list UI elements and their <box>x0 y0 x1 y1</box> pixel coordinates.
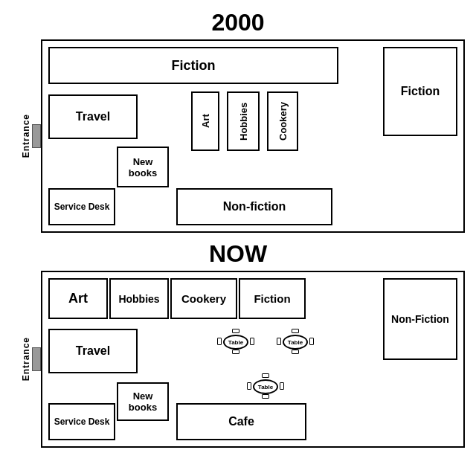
table-oval-1: Table <box>223 335 248 350</box>
service-now: Service Desk <box>48 403 115 440</box>
plan-now-title: NOW <box>209 240 267 268</box>
hobbies-box-2000: Hobbies <box>227 91 260 151</box>
table-group-3: Table <box>247 373 284 399</box>
travel-box-2000: Travel <box>48 94 138 139</box>
fiction-top-2000: Fiction <box>48 47 338 84</box>
service-2000: Service Desk <box>48 188 115 225</box>
entrance-area-now: Entrance <box>11 271 41 448</box>
cookery-box-now: Cookery <box>170 278 237 319</box>
page-wrapper: 2000 Entrance Fiction Fiction Travel Art… <box>11 0 465 448</box>
fiction-right-2000: Fiction <box>383 47 457 136</box>
chair <box>292 350 299 354</box>
entrance-area-2000: Entrance <box>11 39 41 233</box>
floor-plan-2000: Fiction Fiction Travel Art Hobbies Cooke… <box>41 39 465 233</box>
tables-area: Table Table Table <box>210 326 358 415</box>
chair <box>262 373 269 378</box>
art-box-2000: Art <box>191 91 219 151</box>
entrance-label-2000: Entrance <box>21 114 31 158</box>
table-oval-3: Table <box>253 379 278 394</box>
art-box-now: Art <box>48 278 108 319</box>
plan2000-title: 2000 <box>211 9 264 36</box>
chair <box>280 382 284 390</box>
entrance-label-now: Entrance <box>21 337 31 381</box>
entrance-door-2000 <box>32 124 41 148</box>
chair <box>309 338 314 345</box>
cookery-box-2000: Cookery <box>267 91 298 151</box>
chair <box>292 329 299 333</box>
chair <box>217 338 222 345</box>
newbooks-now: New books <box>117 382 169 421</box>
floor-plan-now: Art Hobbies Cookery Fiction Non-Fiction … <box>41 271 465 448</box>
table-oval-2: Table <box>283 335 308 350</box>
travel-box-now: Travel <box>48 329 138 373</box>
chair <box>232 329 239 333</box>
hobbies-box-now: Hobbies <box>109 278 169 319</box>
chair <box>277 338 281 345</box>
nonfiction-2000: Non-fiction <box>176 188 332 225</box>
chair <box>250 338 254 345</box>
chair <box>247 382 251 390</box>
plan-now-wrapper: Entrance Art Hobbies Cookery Fiction Non… <box>41 271 465 448</box>
newbooks-2000: New books <box>117 147 169 187</box>
entrance-door-now <box>32 347 41 371</box>
cafe-now: Cafe <box>176 403 306 440</box>
chair <box>232 350 239 354</box>
chair <box>262 394 269 399</box>
table-group-2: Table <box>277 329 314 354</box>
table-group-1: Table <box>217 329 254 354</box>
plan2000-wrapper: Entrance Fiction Fiction Travel Art Hobb… <box>41 39 465 233</box>
fiction-box-now: Fiction <box>239 278 306 319</box>
nonfiction-box-now: Non-Fiction <box>383 278 457 360</box>
